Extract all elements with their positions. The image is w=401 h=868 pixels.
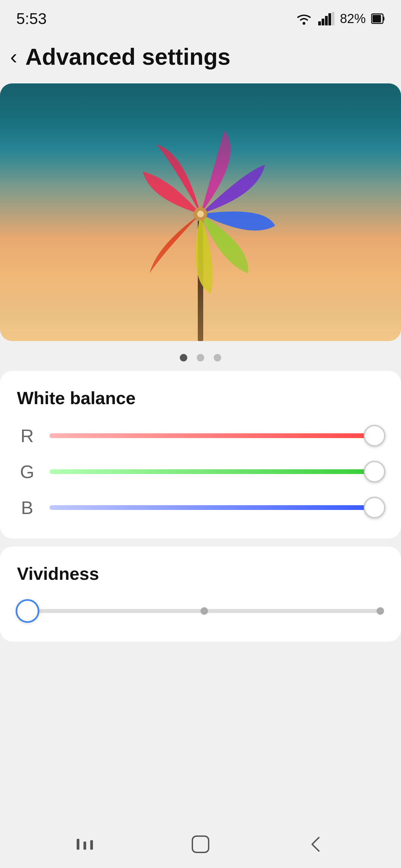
main-content: White balance R G B [0,83,401,711]
svg-rect-3 [325,16,328,25]
back-nav-icon [305,833,327,855]
blue-slider-track[interactable] [50,505,384,510]
green-slider-track[interactable] [50,469,384,474]
svg-rect-1 [318,21,321,25]
page-dots [0,344,401,371]
svg-rect-8 [373,15,381,22]
battery-text: 82% [340,12,366,26]
red-slider-wrapper[interactable] [50,426,384,446]
vividness-section: Vividness [0,547,401,642]
blue-label: B [17,497,37,518]
preview-container [0,83,401,341]
page-header: ‹ Advanced settings [0,33,401,80]
recents-icon [74,833,96,855]
status-bar: 5:53 82% [0,0,401,33]
vividness-end-marker [377,607,384,615]
vividness-slider-row [17,601,384,621]
red-slider-track[interactable] [50,433,384,438]
blue-slider-thumb[interactable] [364,497,385,518]
battery-icon [371,12,385,25]
green-slider-row: G [17,461,384,482]
status-icons: 82% [295,12,385,26]
vividness-slider-wrapper[interactable] [17,601,384,621]
back-button[interactable]: ‹ [10,46,17,67]
wifi-icon [295,12,313,25]
svg-point-13 [197,211,204,217]
white-balance-section: White balance R G B [0,371,401,538]
red-slider-row: R [17,425,384,446]
green-slider-thumb[interactable] [364,461,385,482]
red-slider-thumb[interactable] [364,425,385,447]
vividness-title: Vividness [17,564,384,584]
home-button[interactable] [187,831,214,858]
svg-rect-7 [383,17,384,21]
preview-background [0,83,401,341]
status-time: 5:53 [16,9,47,28]
vividness-slider-track[interactable] [17,609,384,613]
dot-1[interactable] [180,354,187,361]
blue-slider-wrapper[interactable] [50,497,384,518]
svg-rect-2 [322,19,324,25]
svg-rect-4 [328,13,331,25]
page-title: Advanced settings [25,43,231,70]
vividness-mid-marker [200,607,208,615]
vividness-slider-thumb[interactable] [16,599,39,623]
red-label: R [17,425,37,446]
svg-rect-15 [83,842,86,850]
svg-point-0 [303,22,305,25]
svg-rect-17 [192,836,209,852]
blue-slider-row: B [17,497,384,518]
svg-rect-14 [77,839,79,850]
home-icon [190,833,211,855]
green-label: G [17,461,37,482]
nav-bar [0,821,401,868]
signal-icon [318,12,335,25]
recents-button[interactable] [71,831,98,858]
svg-rect-5 [332,12,335,25]
green-slider-wrapper[interactable] [50,461,384,482]
svg-rect-16 [90,840,93,850]
dot-3[interactable] [214,354,221,361]
dot-2[interactable] [197,354,204,361]
preview-image [0,83,401,341]
back-nav-button[interactable] [303,831,330,858]
white-balance-title: White balance [17,388,384,408]
